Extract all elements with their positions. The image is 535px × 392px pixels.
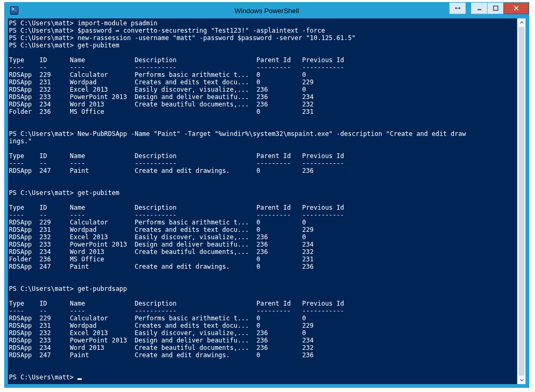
close-icon <box>513 5 519 11</box>
resize-arrows-button[interactable] <box>449 3 466 14</box>
window-controls <box>450 3 529 14</box>
maximize-icon <box>493 5 499 11</box>
svg-rect-0 <box>477 9 481 10</box>
chevron-up-icon <box>519 20 524 25</box>
terminal-output[interactable]: PS C:\Users\matt> import-module psadmin … <box>8 18 517 384</box>
powershell-icon <box>10 6 18 15</box>
scroll-track[interactable] <box>518 27 526 376</box>
input-cursor <box>77 378 82 380</box>
svg-rect-1 <box>493 6 498 10</box>
powershell-window: Windows PowerShell PS C:\Users\matt> imp… <box>4 2 529 388</box>
client-area: PS C:\Users\matt> import-module psadmin … <box>8 18 526 384</box>
maximize-button[interactable] <box>487 3 504 14</box>
vertical-scrollbar[interactable] <box>517 18 526 384</box>
chevron-down-icon <box>519 377 524 383</box>
scroll-up-button[interactable] <box>518 18 526 27</box>
minimize-button[interactable] <box>471 3 488 14</box>
minimize-icon <box>476 5 482 11</box>
scroll-down-button[interactable] <box>518 376 526 384</box>
system-menu-icon[interactable] <box>7 3 22 18</box>
titlebar[interactable]: Windows PowerShell <box>5 3 529 18</box>
scroll-thumb[interactable] <box>519 27 524 376</box>
resize-icon <box>455 5 461 11</box>
close-button[interactable] <box>503 3 529 14</box>
